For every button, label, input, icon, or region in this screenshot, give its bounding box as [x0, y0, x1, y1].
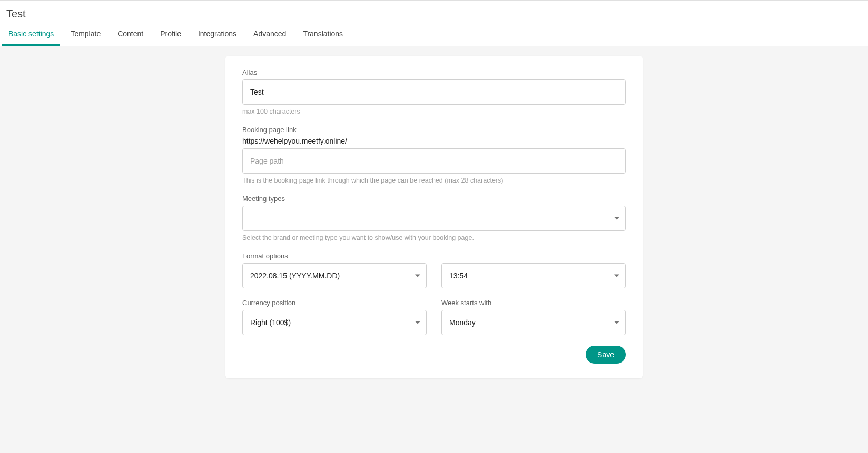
week-starts-select[interactable]: Monday	[441, 310, 626, 335]
meeting-types-select[interactable]	[242, 206, 626, 231]
alias-label: Alias	[242, 68, 626, 76]
week-starts-value: Monday	[449, 318, 476, 327]
tab-translations[interactable]: Translations	[297, 24, 349, 46]
meeting-types-helper: Select the brand or meeting type you wan…	[242, 234, 626, 241]
tab-advanced[interactable]: Advanced	[247, 24, 292, 46]
booking-link-input[interactable]	[242, 148, 626, 174]
alias-input[interactable]	[242, 79, 626, 105]
alias-helper: max 100 characters	[242, 108, 626, 115]
meeting-types-label: Meeting types	[242, 195, 626, 203]
tabs-container: Basic settings Template Content Profile …	[0, 24, 868, 46]
settings-card: Alias max 100 characters Booking page li…	[225, 56, 643, 378]
page-title: Test	[0, 1, 868, 24]
time-format-select[interactable]: 13:54	[441, 263, 626, 288]
currency-position-value: Right (100$)	[250, 318, 291, 327]
tab-basic-settings[interactable]: Basic settings	[2, 24, 60, 46]
tab-profile[interactable]: Profile	[154, 24, 188, 46]
currency-position-select[interactable]: Right (100$)	[242, 310, 427, 335]
booking-link-url: https://wehelpyou.meetfy.online/	[242, 137, 626, 145]
currency-position-label: Currency position	[242, 299, 427, 307]
date-format-value: 2022.08.15 (YYYY.MM.DD)	[250, 271, 340, 280]
booking-link-label: Booking page link	[242, 126, 626, 134]
format-options-label: Format options	[242, 252, 626, 260]
booking-link-helper: This is the booking page link through wh…	[242, 177, 626, 184]
tab-template[interactable]: Template	[64, 24, 107, 46]
tab-content[interactable]: Content	[111, 24, 150, 46]
save-button[interactable]: Save	[586, 346, 626, 364]
time-format-value: 13:54	[449, 271, 468, 280]
date-format-select[interactable]: 2022.08.15 (YYYY.MM.DD)	[242, 263, 427, 288]
week-starts-label: Week starts with	[441, 299, 626, 307]
tab-integrations[interactable]: Integrations	[192, 24, 243, 46]
